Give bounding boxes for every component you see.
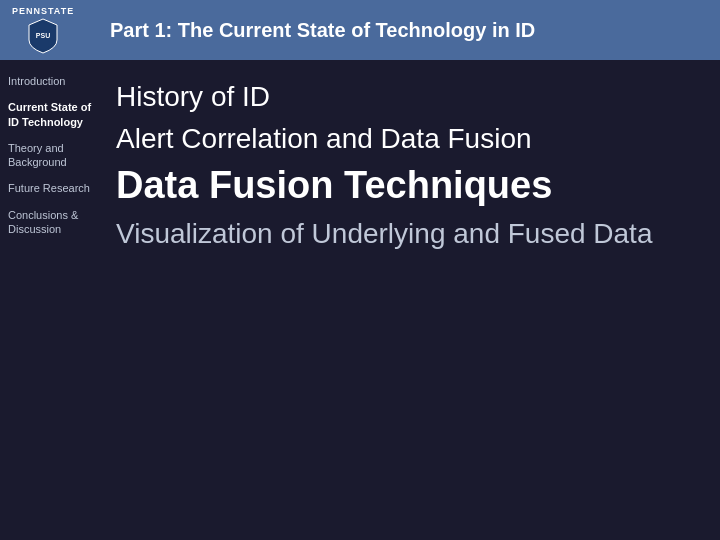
content-item-history: History of ID <box>116 80 700 114</box>
sidebar-item-conclusions[interactable]: Conclusions & Discussion <box>6 204 94 241</box>
sidebar-item-theory-background[interactable]: Theory and Background <box>6 137 94 174</box>
header: PENNSTATE PSU Part 1: The Current State … <box>0 0 720 60</box>
pennstate-shield-icon: PSU <box>28 18 58 54</box>
pennstate-logo: PENNSTATE PSU <box>12 6 74 54</box>
sidebar: Introduction Current State of ID Technol… <box>0 60 100 540</box>
content-item-alert: Alert Correlation and Data Fusion <box>116 122 700 156</box>
content-area: History of ID Alert Correlation and Data… <box>100 60 720 540</box>
sidebar-item-current-state[interactable]: Current State of ID Technology <box>6 96 94 133</box>
logo-area: PENNSTATE PSU <box>12 6 102 54</box>
logo-text: PENNSTATE <box>12 6 74 16</box>
sidebar-item-introduction[interactable]: Introduction <box>6 70 94 92</box>
main-content: Introduction Current State of ID Technol… <box>0 60 720 540</box>
content-item-visualization: Visualization of Underlying and Fused Da… <box>116 217 700 251</box>
header-title: Part 1: The Current State of Technology … <box>102 19 535 42</box>
sidebar-item-future-research[interactable]: Future Research <box>6 177 94 199</box>
svg-text:PSU: PSU <box>36 32 50 39</box>
content-item-data-fusion: Data Fusion Techniques <box>116 163 700 209</box>
